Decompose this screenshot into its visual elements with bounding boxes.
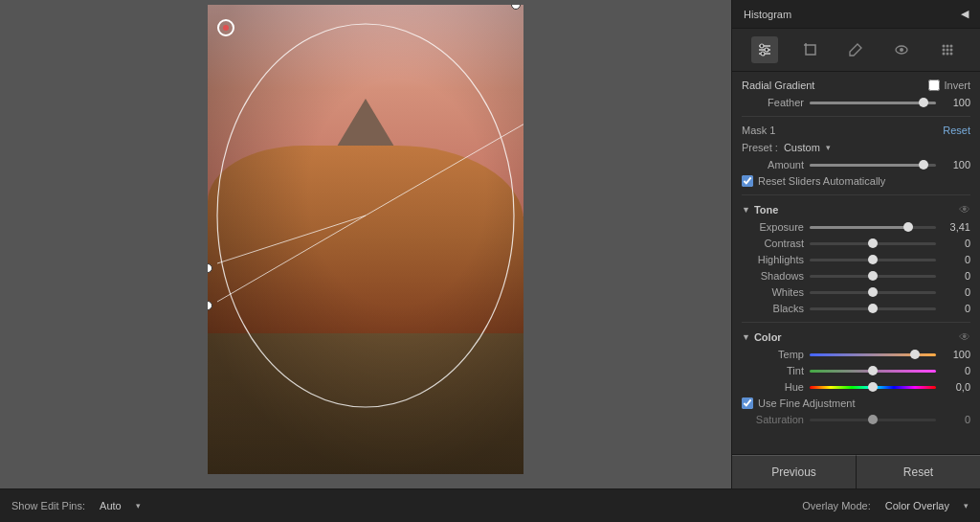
blacks-thumb[interactable]: [868, 304, 878, 313]
feather-value: 100: [942, 97, 970, 108]
svg-point-21: [943, 53, 946, 56]
shadows-thumb[interactable]: [868, 271, 878, 281]
color-title: Color: [754, 331, 782, 343]
svg-point-15: [943, 45, 946, 48]
radial-overlay: [208, 5, 523, 474]
exposure-slider[interactable]: [810, 226, 936, 229]
divider-2: [742, 194, 970, 195]
svg-point-17: [950, 45, 953, 48]
color-header-left: ▼ Color: [742, 331, 782, 343]
whites-thumb[interactable]: [868, 287, 878, 297]
preset-value[interactable]: Custom: [784, 142, 820, 153]
contrast-label: Contrast: [742, 238, 804, 249]
right-panel: Histogram ◀: [731, 0, 980, 488]
divider-3: [742, 322, 970, 323]
amount-value: 100: [942, 159, 970, 170]
overlay-mode-value[interactable]: Color Overlay: [885, 500, 949, 511]
brush-tool-icon[interactable]: [842, 36, 869, 63]
svg-point-22: [947, 53, 949, 56]
color-triangle-icon[interactable]: ▼: [742, 332, 750, 342]
bottom-bar: Show Edit Pins: Auto ▾ Overlay Mode: Col…: [0, 488, 980, 522]
saturation-value: 0: [942, 414, 970, 425]
radial-gradient-section: Radial Gradient Invert: [742, 79, 970, 91]
svg-point-8: [765, 48, 768, 52]
hue-slider[interactable]: [810, 386, 936, 389]
temp-thumb[interactable]: [910, 350, 920, 359]
preset-arrow[interactable]: ▾: [826, 143, 831, 152]
photo-container: [208, 5, 523, 474]
gradient-center-pin[interactable]: [217, 19, 234, 36]
contrast-value: 0: [942, 238, 970, 249]
whites-row: Whites 0: [742, 286, 970, 298]
tone-header-left: ▼ Tone: [742, 204, 778, 216]
tone-eye-icon[interactable]: 👁: [959, 203, 970, 216]
histogram-title: Histogram: [744, 9, 791, 20]
sliders-tool-icon[interactable]: [751, 36, 778, 63]
hue-label: Hue: [742, 381, 804, 393]
mask-row: Mask 1 Reset: [742, 125, 970, 136]
dots-tool-icon[interactable]: [934, 36, 961, 63]
temp-slider[interactable]: [810, 353, 936, 356]
exposure-thumb[interactable]: [903, 222, 913, 232]
tool-icons-row: [732, 29, 980, 72]
tint-label: Tint: [742, 365, 804, 376]
photo-background: [208, 5, 523, 474]
eye-tool-icon[interactable]: [888, 36, 915, 63]
saturation-thumb[interactable]: [868, 415, 878, 424]
show-pins-value[interactable]: Auto: [100, 500, 122, 511]
blacks-slider[interactable]: [810, 307, 936, 310]
amount-slider[interactable]: [810, 164, 936, 167]
svg-point-19: [947, 49, 949, 52]
canvas-area: [0, 0, 731, 488]
feather-thumb[interactable]: [919, 98, 928, 107]
overlay-mode-label: Overlay Mode:: [802, 500, 871, 511]
histogram-header: Histogram ◀: [732, 0, 980, 29]
shadows-slider[interactable]: [810, 275, 936, 278]
temp-label: Temp: [742, 349, 804, 360]
saturation-slider[interactable]: [810, 419, 936, 421]
highlights-slider[interactable]: [810, 259, 936, 261]
contrast-thumb[interactable]: [868, 238, 878, 248]
color-eye-icon[interactable]: 👁: [959, 330, 970, 344]
contrast-row: Contrast 0: [742, 238, 970, 249]
overlay-mode-arrow[interactable]: ▾: [964, 501, 969, 511]
svg-point-9: [761, 52, 765, 56]
svg-point-20: [950, 49, 953, 52]
svg-point-16: [947, 45, 949, 48]
invert-checkbox[interactable]: [928, 79, 940, 91]
fine-adjustment-checkbox[interactable]: [742, 397, 753, 409]
saturation-label: Saturation: [742, 414, 804, 425]
tone-triangle-icon[interactable]: ▼: [742, 205, 750, 215]
whites-slider[interactable]: [810, 291, 936, 294]
amount-label: Amount: [742, 159, 804, 170]
histogram-arrow[interactable]: ◀: [961, 8, 969, 20]
feather-slider[interactable]: [810, 102, 936, 104]
highlights-thumb[interactable]: [868, 255, 878, 264]
exposure-value: 3,41: [942, 221, 970, 233]
tint-slider[interactable]: [810, 370, 936, 373]
hue-thumb[interactable]: [868, 382, 878, 392]
whites-label: Whites: [742, 286, 804, 298]
tint-row: Tint 0: [742, 365, 970, 376]
contrast-slider[interactable]: [810, 242, 936, 245]
tint-thumb[interactable]: [868, 366, 878, 375]
highlights-value: 0: [942, 254, 970, 265]
temp-value: 100: [942, 349, 970, 360]
previous-button[interactable]: Previous: [732, 455, 856, 488]
tone-title: Tone: [754, 204, 778, 216]
shadows-row: Shadows 0: [742, 270, 970, 282]
saturation-row: Saturation 0: [742, 414, 970, 425]
tone-section-header: ▼ Tone 👁: [742, 203, 970, 216]
reset-button[interactable]: Reset: [856, 455, 980, 488]
reset-sliders-checkbox[interactable]: [742, 175, 753, 187]
mask-reset-link[interactable]: Reset: [943, 125, 970, 136]
shadows-label: Shadows: [742, 270, 804, 282]
show-pins-arrow[interactable]: ▾: [136, 501, 141, 511]
amount-thumb[interactable]: [919, 160, 928, 170]
main-area: Histogram ◀: [0, 0, 980, 488]
temp-row: Temp 100: [742, 349, 970, 360]
blacks-label: Blacks: [742, 303, 804, 314]
divider-1: [742, 116, 970, 117]
svg-point-14: [900, 48, 903, 52]
crop-tool-icon[interactable]: [797, 36, 824, 63]
